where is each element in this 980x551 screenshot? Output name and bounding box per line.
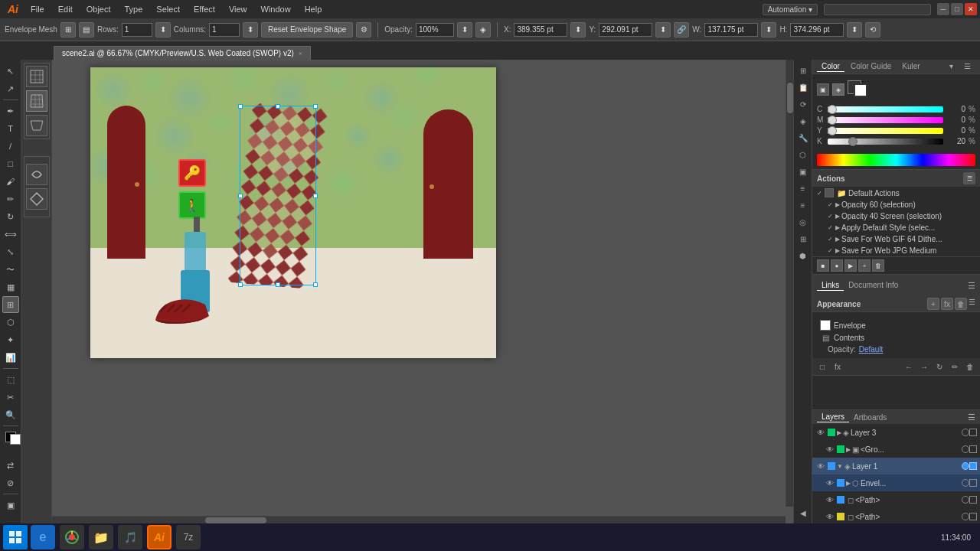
layer-1-item[interactable]: 👁 ▼ ◈ Layer 1 [812, 458, 980, 474]
menu-edit[interactable]: Edit [52, 3, 79, 15]
reset-envelope-button[interactable]: Reset Envelope Shape [261, 22, 353, 37]
taskbar-chrome[interactable] [60, 525, 84, 549]
panel-forward-icon[interactable]: → [917, 360, 931, 373]
layer-3-item[interactable]: 👁 ▶ ◈ Layer 3 [812, 424, 980, 441]
layer-path2-select[interactable] [969, 513, 977, 520]
panel-back-icon[interactable]: ← [902, 360, 916, 373]
mesh-tool active[interactable]: ⊞ [2, 296, 19, 313]
menu-effect[interactable]: Effect [188, 3, 221, 15]
document-tab[interactable]: scene2.ai @ 66.67% (CMYK/Preview/U.S. We… [54, 46, 311, 60]
taskbar-media[interactable]: 🎵 [118, 525, 142, 549]
toolbar-icon-2[interactable]: ▤ [79, 22, 94, 37]
warp-tool[interactable]: 〜 [2, 261, 19, 278]
layer-gro-target[interactable] [962, 445, 969, 453]
shape-builder-tool[interactable]: ⬡ [2, 314, 19, 331]
expand-a5[interactable]: ▶ [835, 247, 840, 254]
layer-path2-visibility[interactable]: 👁 [825, 511, 835, 522]
search-input[interactable] [824, 4, 931, 15]
appearance-add-btn[interactable]: + [927, 298, 939, 310]
group-icon[interactable] [825, 188, 834, 197]
layer-envel-select[interactable] [969, 479, 977, 487]
envelope-options-icon[interactable]: ⚙ [356, 22, 371, 37]
maximize-button[interactable]: □ [951, 3, 963, 15]
swap-colors[interactable]: ⇄ [2, 457, 19, 474]
rect-tool[interactable]: □ [2, 155, 19, 172]
layer-envel-visibility[interactable]: 👁 [825, 478, 835, 488]
pencil-tool[interactable]: ✏ [2, 191, 19, 207]
panel-icon-11[interactable]: ⊞ [795, 231, 811, 246]
expand-a2[interactable]: ▶ [835, 213, 840, 220]
panel-effect-icon[interactable]: fx [831, 360, 844, 373]
y-input[interactable] [599, 23, 652, 37]
layer-envel-target[interactable] [962, 479, 969, 487]
layer-1-expand[interactable]: ▼ [837, 463, 843, 470]
kuler-tab[interactable]: Kuler [897, 61, 924, 72]
actions-stop-btn[interactable]: ■ [817, 259, 829, 272]
menu-view[interactable]: View [223, 3, 253, 15]
pen-tool[interactable]: ✒ [2, 103, 19, 119]
panel-icon-6[interactable]: ⬡ [795, 147, 811, 162]
layers-menu-btn[interactable]: ☰ [968, 412, 975, 422]
action-item-1[interactable]: ✓ ▶ Opacity 60 (selection) [812, 199, 980, 210]
panel-delete-icon[interactable]: 🗑 [963, 360, 977, 373]
horizontal-scrollbar[interactable] [52, 516, 786, 523]
actions-play-btn[interactable]: ▶ [844, 259, 857, 272]
menu-window[interactable]: Window [255, 3, 297, 15]
x-stepper[interactable]: ⬍ [570, 22, 586, 37]
opacity-stepper[interactable]: ⬍ [457, 22, 472, 37]
panel-icon-1[interactable]: ⊞ [795, 63, 811, 78]
panel-new-layer-icon[interactable]: □ [815, 360, 829, 373]
stroke-color[interactable] [10, 434, 21, 445]
appearance-contents-item[interactable]: ▤ Contents [817, 332, 975, 344]
menu-select[interactable]: Select [150, 3, 186, 15]
panel-edit-icon[interactable]: ✏ [948, 360, 962, 373]
opacity-input[interactable] [416, 23, 454, 37]
tab-close-button[interactable]: × [299, 50, 302, 57]
actions-new-btn[interactable]: + [858, 259, 871, 272]
taskbar-ie[interactable]: e [31, 525, 55, 549]
transform-options-icon[interactable]: ⟲ [865, 22, 880, 37]
action-item-2[interactable]: ✓ ▶ Opacity 40 Screen (selection) [812, 210, 980, 222]
h-input[interactable] [790, 23, 844, 37]
panel-icon-expand[interactable]: ◀ [795, 505, 811, 520]
layer-gro-item[interactable]: 👁 ▶ ▣ <Gro... [812, 441, 980, 458]
gradient-tool[interactable]: ▦ [2, 279, 19, 295]
paintbrush-tool[interactable]: 🖌 [2, 173, 19, 190]
panel-icon-9[interactable]: ≡ [795, 197, 811, 213]
menu-help[interactable]: Help [299, 3, 328, 15]
vscroll-thumb[interactable] [787, 83, 793, 113]
layer-envel-expand[interactable]: ▶ [846, 480, 851, 487]
action-item-5[interactable]: ✓ ▶ Save For Web JPG Medium [812, 245, 980, 256]
chart-tool[interactable]: 📊 [2, 349, 19, 366]
start-button[interactable] [3, 525, 28, 549]
none-color[interactable]: ⊘ [2, 474, 19, 491]
minimize-button[interactable]: ─ [937, 3, 949, 15]
layer-path1-target[interactable] [962, 496, 969, 504]
artboard-tool[interactable]: ⬚ [2, 371, 19, 388]
appearance-delete-btn[interactable]: 🗑 [955, 298, 967, 310]
symbol-tool[interactable]: ✦ [2, 331, 19, 348]
y-stepper[interactable]: ⬍ [655, 22, 671, 37]
action-item-4[interactable]: ✓ ▶ Save For Web GIF 64 Dithe... [812, 233, 980, 245]
color-panel-menu[interactable]: ☰ [959, 61, 975, 72]
layer-3-expand[interactable]: ▶ [837, 429, 841, 436]
panel-icon-12[interactable]: ⬢ [795, 248, 811, 263]
type-tool[interactable]: T [2, 120, 19, 137]
automation-button[interactable]: Automation ▾ [763, 4, 818, 15]
action-item-3[interactable]: ✓ ▶ Apply Default Style (selec... [812, 222, 980, 233]
envelope-top-icon[interactable] [26, 66, 47, 87]
link-icon[interactable]: 🔗 [674, 22, 689, 37]
actions-menu[interactable]: ☰ [963, 172, 975, 184]
layer-3-visibility[interactable]: 👁 [815, 427, 826, 438]
panel-refresh-icon[interactable]: ↻ [933, 360, 946, 373]
taskbar-7zip[interactable]: 7z [176, 525, 201, 549]
menu-object[interactable]: Object [80, 3, 117, 15]
layer-1-target[interactable] [962, 462, 969, 470]
expand-a3[interactable]: ▶ [835, 224, 840, 231]
panel-icon-3[interactable]: ⟳ [795, 96, 811, 112]
expand-a4[interactable]: ▶ [835, 236, 840, 243]
cols-stepper[interactable]: ⬍ [243, 22, 258, 37]
appearance-envelope-item[interactable]: Envelope [817, 318, 975, 332]
screen-mode[interactable]: ▣ [2, 497, 19, 514]
close-button[interactable]: ✕ [965, 3, 977, 15]
